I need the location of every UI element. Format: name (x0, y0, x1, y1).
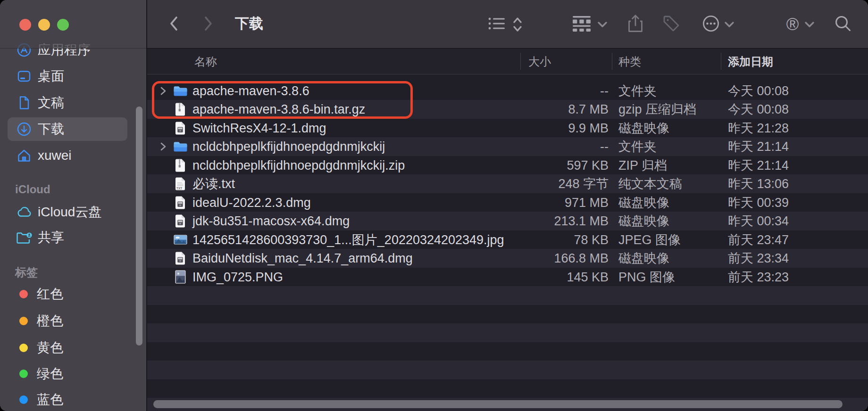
finder-window: 应用程序桌面文稿下载xuweiiCloudiCloud云盘共享标签红色橙色黄色绿… (0, 0, 868, 411)
sort-chevrons-icon[interactable] (510, 0, 525, 49)
disclosure-chevron-icon[interactable] (160, 142, 167, 151)
column-divider[interactable] (520, 53, 521, 70)
sidebar-tag-item[interactable]: 蓝色 (0, 389, 147, 411)
row-stripe (147, 286, 868, 305)
svg-text:TXT: TXT (176, 187, 182, 190)
sidebar-tag-item[interactable]: 绿色 (0, 363, 147, 385)
zoom-button[interactable] (57, 19, 69, 31)
column-header-kind[interactable]: 种类 (618, 49, 641, 74)
file-date-added: 前天 23:47 (728, 230, 789, 249)
file-row[interactable]: apache-maven-3.8.6-bin.tar.gz8.7 MBgzip … (147, 100, 868, 119)
back-button[interactable] (164, 0, 183, 49)
file-name: 必读.txt (192, 174, 235, 193)
file-row[interactable]: TXT必读.txt248 字节纯文本文稿昨天 13:06 (147, 174, 868, 193)
file-kind: 文件夹 (618, 137, 657, 156)
registered-app-button[interactable]: ® (782, 0, 803, 49)
tags-button[interactable] (660, 0, 682, 49)
chevron-left-icon (169, 16, 178, 33)
file-size: 248 字节 (558, 174, 609, 193)
search-icon (835, 15, 851, 34)
file-row[interactable]: BaiduNetdisk_mac_4.14.7_arm64.dmg166.8 M… (147, 249, 868, 268)
sidebar-item-icloud-drive[interactable]: iCloud云盘 (0, 201, 147, 223)
sidebar-item-label: 共享 (38, 227, 64, 248)
file-date-added: 昨天 21:14 (728, 156, 789, 175)
row-stripe (147, 361, 868, 379)
sidebar-tag-item[interactable]: 黄色 (0, 337, 147, 359)
tag-color-dot (19, 290, 28, 298)
sidebar-item-desktop[interactable]: 桌面 (0, 66, 147, 87)
sidebar-item-shared[interactable]: 共享 (0, 227, 147, 248)
sidebar-tag-item[interactable]: 橙色 (0, 310, 147, 332)
desktop-icon (16, 68, 32, 84)
registered-chevron-icon[interactable] (803, 0, 816, 49)
sidebar-item-label: 下载 (38, 118, 64, 140)
sidebar-item-label: 桌面 (38, 66, 64, 87)
minimize-button[interactable] (38, 19, 50, 31)
download-icon (16, 121, 32, 137)
file-row[interactable]: IMG_0725.PNG145 KBPNG 图像前天 23:23 (147, 268, 868, 287)
column-header-size[interactable]: 大小 (528, 49, 551, 74)
file-row[interactable]: idealU-2022.2.3.dmg971 MB磁盘映像昨天 00:39 (147, 193, 868, 212)
dmg-icon (173, 121, 188, 136)
file-row[interactable]: 1425651428600393730_1...图片_2022032420234… (147, 230, 868, 249)
document-icon (16, 95, 32, 111)
file-date-added: 前天 23:23 (728, 268, 789, 287)
group-view-button[interactable] (570, 0, 593, 49)
file-row[interactable]: apache-maven-3.8.6--文件夹今天 00:08 (147, 82, 868, 100)
horizontal-scrollbar[interactable] (153, 400, 843, 408)
sidebar-item-downloads[interactable]: 下载 (0, 118, 147, 140)
file-date-added: 昨天 13:06 (728, 174, 789, 193)
more-actions-button[interactable] (700, 0, 722, 49)
file-kind: gzip 压缩归档 (618, 100, 696, 119)
file-row[interactable]: ncldcbhpeplkfijdhnoepdgdnmjkckij--文件夹昨天 … (147, 137, 868, 156)
tag-color-dot (19, 317, 28, 325)
file-row[interactable]: ncldcbhpeplkfijdhnoepdgdnmjkckij.zip597 … (147, 156, 868, 175)
file-kind: ZIP 归档 (618, 156, 667, 175)
file-size: 213.1 MB (554, 212, 609, 230)
column-header-name[interactable]: 名称 (194, 49, 217, 74)
file-kind: 磁盘映像 (618, 119, 669, 138)
share-button[interactable] (625, 0, 646, 49)
jpeg-icon (173, 232, 188, 247)
file-date-added: 昨天 21:28 (728, 119, 789, 138)
group-view-icon (572, 16, 591, 33)
sidebar-item-label: iCloud云盘 (38, 201, 101, 223)
home-icon (16, 148, 32, 164)
file-row[interactable]: jdk-8u351-macosx-x64.dmg213.1 MB磁盘映像昨天 0… (147, 212, 868, 230)
list-view-icon (488, 16, 506, 33)
file-size: -- (600, 82, 609, 100)
folder-icon (173, 83, 188, 99)
file-name: jdk-8u351-macosx-x64.dmg (192, 212, 350, 230)
sidebar-scrollbar[interactable] (136, 107, 142, 345)
txt-icon: TXT (173, 176, 188, 191)
sidebar-section-icloud: iCloud (15, 182, 50, 197)
tag-label: 橙色 (37, 310, 63, 332)
disclosure-chevron-icon[interactable] (160, 86, 167, 96)
column-divider[interactable] (612, 53, 612, 70)
sidebar-item-home[interactable]: xuwei (0, 145, 147, 166)
file-size: 8.7 MB (568, 100, 609, 119)
sidebar-tag-item[interactable]: 红色 (0, 283, 147, 305)
file-row[interactable]: SwitchResX4-12-1.dmg9.9 MB磁盘映像昨天 21:28 (147, 119, 868, 138)
tag-icon (662, 15, 680, 34)
tag-color-dot (19, 344, 28, 352)
tag-label: 黄色 (37, 337, 63, 359)
more-actions-chevron-icon[interactable] (723, 0, 736, 49)
sidebar: 应用程序桌面文稿下载xuweiiCloudiCloud云盘共享标签红色橙色黄色绿… (0, 0, 147, 411)
folder-icon (173, 139, 188, 154)
sidebar-item-documents[interactable]: 文稿 (0, 92, 147, 114)
column-header-date-added[interactable]: 添加日期 (728, 49, 773, 74)
close-button[interactable] (19, 19, 31, 31)
sidebar-content-divider (146, 0, 147, 411)
file-name: idealU-2022.2.3.dmg (192, 193, 311, 212)
forward-button[interactable] (199, 0, 218, 49)
group-view-chevron-icon[interactable] (595, 0, 609, 49)
tag-label: 绿色 (37, 363, 63, 385)
view-list-button[interactable] (486, 0, 508, 49)
file-name: apache-maven-3.8.6 (192, 82, 309, 100)
sidebar-item-label: 文稿 (38, 92, 64, 114)
search-button[interactable] (832, 0, 854, 49)
registered-icon: ® (786, 15, 799, 34)
titlebar-divider (0, 48, 147, 49)
column-divider[interactable] (721, 53, 721, 70)
